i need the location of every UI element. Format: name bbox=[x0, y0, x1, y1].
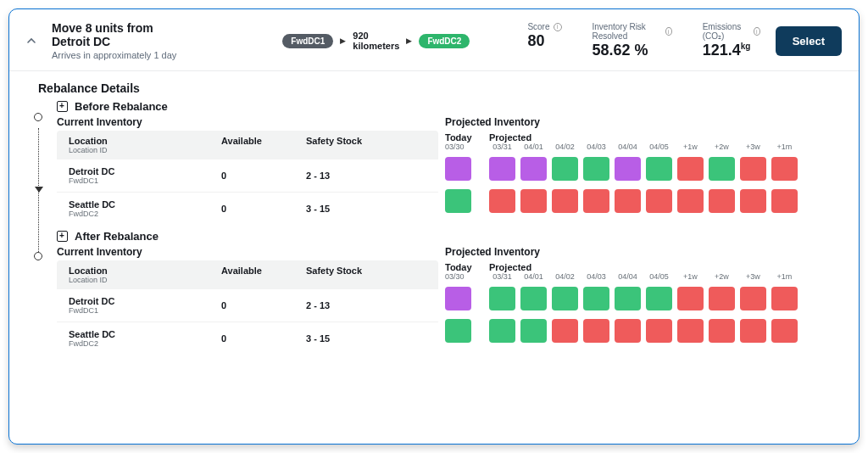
safety-value: 3 - 15 bbox=[306, 204, 408, 214]
status-cell bbox=[771, 189, 798, 213]
status-cell bbox=[552, 287, 578, 310]
th-proj-date: 04/04 bbox=[615, 262, 641, 281]
status-cell bbox=[740, 319, 766, 343]
current-inventory: Current Inventory LocationLocation ID Av… bbox=[57, 244, 438, 355]
th-proj-date: +1w bbox=[677, 262, 704, 281]
metric-value: 121.4 bbox=[703, 42, 741, 59]
status-cell bbox=[489, 319, 515, 343]
info-icon[interactable]: i bbox=[554, 23, 562, 31]
metric-label: Score bbox=[527, 22, 549, 31]
arrow-right-icon: ▶ bbox=[340, 36, 346, 45]
status-cell bbox=[552, 319, 578, 343]
status-cell bbox=[677, 319, 704, 343]
card-body: Rebalance Details Before Rebalance Curre… bbox=[9, 71, 859, 366]
status-cell bbox=[646, 157, 672, 181]
available-value: 0 bbox=[221, 204, 306, 214]
subsection-title: After Rebalance bbox=[75, 230, 159, 243]
th-proj-date: +2w bbox=[709, 132, 735, 151]
status-cell bbox=[740, 287, 766, 310]
available-value: 0 bbox=[221, 333, 306, 344]
status-cell bbox=[646, 287, 672, 310]
status-cell bbox=[771, 319, 798, 343]
th-today-date: 03/30 bbox=[445, 272, 484, 281]
route-from-chip: FwdDC1 bbox=[282, 34, 333, 48]
subsection-title: Before Rebalance bbox=[75, 100, 168, 113]
metric-value: 58.62 % bbox=[593, 42, 672, 59]
col-title: Projected Inventory bbox=[445, 116, 845, 128]
th-proj-date: 04/05 bbox=[646, 262, 672, 281]
projected-header: Today 03/30 Projected03/31 04/01 04/02 0… bbox=[445, 260, 845, 282]
projected-inventory: Projected Inventory Today 03/30 Projecte… bbox=[445, 244, 845, 355]
current-inventory: Current Inventory LocationLocation ID Av… bbox=[57, 115, 438, 225]
table-row: Detroit DCFwdDC102 - 13 bbox=[57, 289, 438, 322]
status-cell bbox=[445, 287, 471, 310]
projected-inventory: Projected Inventory Today 03/30 Projecte… bbox=[445, 115, 845, 225]
route-distance: 920 kilometers bbox=[353, 31, 399, 51]
info-icon[interactable]: i bbox=[665, 27, 672, 36]
available-value: 0 bbox=[221, 171, 306, 181]
safety-value: 2 - 13 bbox=[306, 300, 408, 310]
table-row: Seattle DCFwdDC203 - 15 bbox=[57, 322, 438, 355]
subsection-header: After Rebalance bbox=[57, 230, 845, 243]
th-proj-date: 04/05 bbox=[646, 132, 672, 151]
status-cell bbox=[677, 287, 704, 310]
rebalance-card: Move 8 units from Detroit DC Arrives in … bbox=[8, 8, 860, 445]
projected-row bbox=[445, 315, 845, 347]
col-title: Current Inventory bbox=[57, 246, 438, 258]
th-proj-date: 04/01 bbox=[520, 132, 547, 151]
status-cell bbox=[615, 287, 641, 310]
metric-risk: Inventory Risk Resolvedi 58.62 % bbox=[593, 22, 672, 59]
location-id: FwdDC1 bbox=[69, 306, 221, 315]
collapse-toggle[interactable] bbox=[26, 35, 36, 47]
projected-row bbox=[445, 153, 845, 185]
status-cell bbox=[520, 287, 547, 310]
th-proj-date: 04/02 bbox=[552, 262, 578, 281]
table-row: Seattle DCFwdDC203 - 15 bbox=[57, 193, 438, 225]
th-location: Location bbox=[69, 136, 221, 146]
status-cell bbox=[709, 189, 735, 213]
metric-emissions: Emissions (CO₂)i 121.4kg bbox=[703, 22, 760, 59]
info-icon[interactable]: i bbox=[754, 27, 760, 36]
status-cell bbox=[709, 319, 735, 343]
status-cell bbox=[740, 157, 766, 181]
status-cell bbox=[615, 189, 641, 213]
arrow-right-icon: ▶ bbox=[406, 36, 412, 45]
location-name: Seattle DC bbox=[69, 199, 221, 210]
th-safety: Safety Stock bbox=[306, 136, 408, 154]
select-button[interactable]: Select bbox=[776, 26, 842, 56]
th-proj-date: +1w bbox=[677, 132, 704, 151]
timeline-dot-icon bbox=[34, 113, 42, 121]
status-cell bbox=[740, 189, 766, 213]
before-section: Before Rebalance Current Inventory Locat… bbox=[23, 100, 845, 225]
th-today: Today bbox=[445, 262, 484, 272]
th-proj-date: +1m bbox=[771, 262, 798, 281]
status-cell bbox=[677, 189, 704, 213]
status-cell bbox=[489, 157, 515, 181]
projected-row bbox=[445, 282, 845, 315]
available-value: 0 bbox=[221, 300, 306, 310]
timeline-arrow-icon bbox=[35, 187, 43, 193]
metric-unit: kg bbox=[741, 42, 751, 51]
safety-value: 2 - 13 bbox=[306, 171, 408, 181]
status-cell bbox=[489, 287, 515, 310]
th-proj-date: 04/01 bbox=[520, 262, 547, 281]
status-cell bbox=[445, 189, 471, 213]
title-block: Move 8 units from Detroit DC Arrives in … bbox=[52, 21, 191, 60]
card-title: Move 8 units from Detroit DC bbox=[52, 21, 191, 48]
location-name: Seattle DC bbox=[69, 329, 221, 339]
status-cell bbox=[445, 319, 471, 343]
status-cell bbox=[489, 189, 515, 213]
metrics: Scorei 80 Inventory Risk Resolvedi 58.62… bbox=[527, 22, 760, 59]
th-proj-date: +3w bbox=[740, 132, 766, 151]
status-cell bbox=[520, 157, 547, 181]
location-id: FwdDC2 bbox=[69, 339, 221, 348]
th-proj-date: 04/04 bbox=[615, 132, 641, 151]
timeline-dot-icon bbox=[34, 252, 42, 260]
th-proj-date: Projected03/31 bbox=[489, 132, 515, 151]
location-name: Detroit DC bbox=[69, 296, 221, 306]
projected-header: Today 03/30 Projected03/31 04/01 04/02 0… bbox=[445, 131, 845, 153]
status-cell bbox=[615, 319, 641, 343]
status-cell bbox=[646, 189, 672, 213]
th-projected-label: Projected bbox=[489, 262, 515, 272]
status-cell bbox=[771, 157, 798, 181]
